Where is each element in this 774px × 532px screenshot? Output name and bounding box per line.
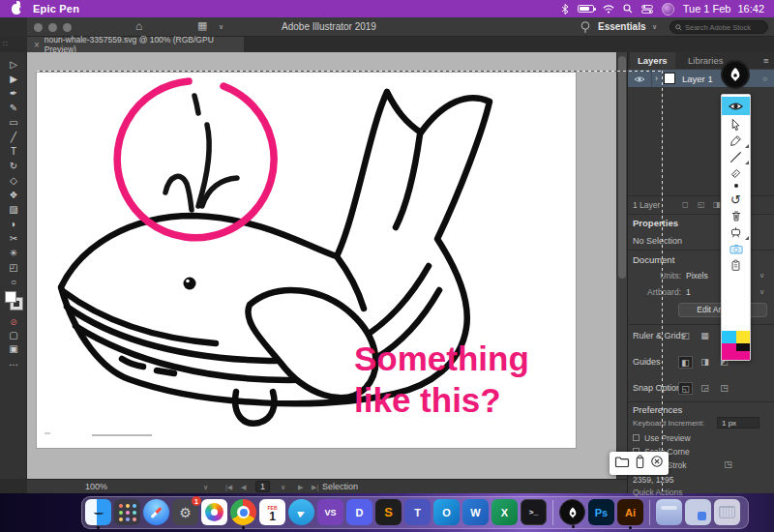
vertical-scrollbar[interactable] [616,52,627,479]
rotate-tool[interactable]: ↻ [0,160,27,173]
layer-name[interactable]: Layer 1 [682,74,713,84]
workspace-switcher[interactable]: Essentials [598,21,645,32]
curvature-tool[interactable]: ✎ [0,102,27,115]
lock-guides-icon[interactable]: ◨ [698,356,712,369]
eraser-tool[interactable]: ◇ [0,174,27,188]
window-zoom-button[interactable] [63,23,72,32]
use-preview-label[interactable]: Use Preview [644,433,691,443]
collect-export-icon[interactable]: ◻ [682,196,689,214]
use-preview-checkbox[interactable] [633,434,640,441]
layer-expand-chevron[interactable]: › [655,74,658,83]
dock-visual-studio[interactable]: VS [317,499,343,525]
make-mask-icon[interactable]: ◨ [713,196,721,214]
window-close-button[interactable] [34,23,43,32]
hand-tool[interactable]: ✳ [0,247,27,260]
dock-word[interactable]: W [462,499,489,525]
locate-object-icon[interactable]: ◱ [698,196,705,214]
more-tools-button[interactable]: … [0,356,27,369]
dock-downloads-folder[interactable] [656,499,682,525]
zoom-level[interactable]: 100% [85,482,107,491]
dock-chrome[interactable] [230,499,256,525]
visibility-eye-icon[interactable] [722,97,750,115]
workspace-chevron-icon[interactable]: ∨ [652,23,657,31]
units-chevron-icon[interactable]: ∨ [759,272,764,280]
canvas-area[interactable]: Something like this? [27,52,627,479]
dock-trash[interactable] [714,499,740,525]
adobe-stock-search[interactable] [670,20,768,34]
dock-documents-folder[interactable] [685,499,711,525]
wifi-icon[interactable] [603,5,614,14]
last-artboard-button[interactable]: ▶| [312,484,318,491]
dock-sublime-text[interactable]: S [375,499,402,525]
artboard-number[interactable]: 1 [255,481,270,492]
whiteboard-icon[interactable] [722,224,750,241]
battery-icon[interactable] [578,5,594,13]
gradient-tool[interactable]: ▨ [0,203,27,217]
dock-illustrator[interactable]: Ai [617,499,643,525]
pen-nib-logo-icon[interactable] [721,60,750,89]
direct-selection-tool[interactable]: ▶ [0,73,27,86]
document-tab[interactable]: × noun-whale-3357559.svg @ 100% (RGB/GPU… [27,37,244,52]
dock-excel[interactable]: X [491,499,518,525]
layer-thumbnail[interactable] [664,73,675,84]
show-guides-icon[interactable]: ◧ [678,356,693,369]
highlighter-pen-icon[interactable] [722,133,750,149]
dock-photos[interactable] [201,499,227,525]
snap-to-point-icon[interactable]: ◳ [717,382,731,395]
menubar-clock[interactable]: Tue 1 Feb16:42 [683,3,764,15]
scissors-tool[interactable]: ✂ [0,232,27,246]
color-swatch-black[interactable] [736,343,750,351]
color-swatch-yellow[interactable] [736,331,750,343]
paste-icon[interactable] [635,455,645,473]
dock-telegram[interactable]: ▶ [288,499,314,525]
snap-to-grid-icon[interactable]: ◱ [678,382,693,395]
control-center-icon[interactable] [641,5,653,14]
dock-epic-pen[interactable] [559,499,585,525]
layer-row[interactable]: › Layer 1 ○ [628,70,774,87]
screen-mode-icon[interactable]: ▣ [0,342,27,356]
tab-close-icon[interactable]: × [34,40,40,50]
color-none-icon[interactable]: ⊘ [0,315,27,329]
undo-arrow-icon[interactable]: ↺ [722,192,750,208]
dock-calendar[interactable]: FEB1 [259,499,285,525]
apple-icon[interactable] [12,4,21,15]
artboard-chevron-icon[interactable]: ∨ [759,288,764,296]
dock-teams[interactable]: T [404,499,431,525]
dock-finder[interactable] [85,499,111,525]
home-icon[interactable]: ⌂ [135,19,142,33]
scrollbar-thumb[interactable] [618,56,626,279]
first-artboard-button[interactable]: |◀ [225,484,232,491]
dock-safari[interactable] [143,499,169,525]
active-app-name[interactable]: Epic Pen [33,3,79,15]
screenshot-camera-icon[interactable] [722,241,750,257]
artboard-value[interactable]: 1 [686,287,691,297]
dock-photoshop[interactable]: Ps [588,499,614,525]
trash-icon[interactable] [722,208,750,224]
artboard-chevron-icon[interactable]: ∨ [281,484,285,491]
color-swatch-cyan[interactable] [722,331,736,343]
size-dot-icon[interactable] [722,180,750,192]
dock-discord[interactable]: D [346,499,372,525]
artboard-tool[interactable]: ◰ [0,261,27,275]
rectangle-tool[interactable]: ▭ [0,116,27,130]
draw-mode-icon[interactable]: ▢ [0,329,27,342]
pencil-line-icon[interactable] [722,149,750,165]
eyedropper-tool[interactable]: ◗ [0,218,27,231]
properties-title[interactable]: Properties [633,218,678,228]
window-minimize-button[interactable] [48,23,57,32]
type-tool[interactable]: T [0,145,27,159]
pen-tool[interactable]: ✒ [0,87,27,101]
layer-target-circle[interactable]: ○ [762,74,767,83]
keyboard-increment-input[interactable]: 1 px [717,417,759,429]
grid-icon[interactable]: ▦ [698,330,712,342]
dock-terminal[interactable]: >_ [521,499,547,525]
units-value[interactable]: Pixels [686,271,708,281]
cursor-arrow-icon[interactable] [722,116,750,133]
next-artboard-button[interactable]: ▶ [298,484,303,491]
fill-swatch[interactable] [5,291,16,303]
share-balloon-icon[interactable] [580,20,590,33]
ruler-icon[interactable]: ◰ [678,330,693,342]
snap-to-pixel-icon[interactable]: ◲ [698,382,712,395]
bluetooth-icon[interactable] [561,4,569,15]
tab-layers[interactable]: Layers [630,52,675,69]
